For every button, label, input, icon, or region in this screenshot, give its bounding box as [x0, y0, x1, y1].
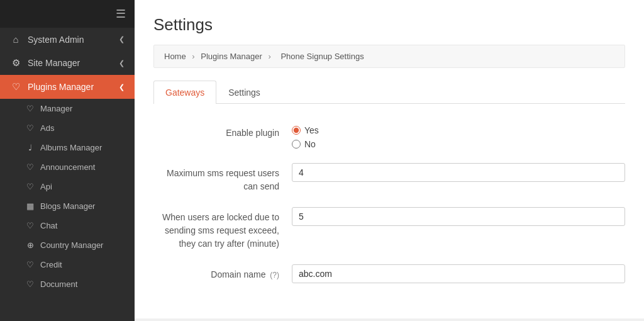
breadcrumb-home[interactable]: Home: [164, 52, 186, 61]
sidebar-sub-label: Blogs Manager: [40, 201, 95, 211]
enable-plugin-control: Yes No: [292, 123, 625, 149]
domain-name-label: Domain name (?): [153, 264, 292, 281]
radio-no[interactable]: No: [292, 139, 625, 149]
sidebar-item-label: Site Manager: [28, 58, 80, 68]
country-icon: ⊕: [25, 240, 35, 250]
api-icon: ♡: [25, 182, 35, 191]
hamburger-icon[interactable]: ☰: [116, 7, 126, 21]
sidebar-sub-label: Chat: [40, 221, 57, 230]
settings-form: Enable plugin Yes No: [153, 123, 625, 283]
tab-gateways[interactable]: Gateways: [153, 81, 216, 104]
domain-name-control: [292, 264, 625, 283]
lock-duration-row: When users are locked due to sending sms…: [153, 207, 625, 251]
manager-icon: ♡: [25, 104, 35, 113]
lock-duration-label: When users are locked due to sending sms…: [153, 207, 292, 251]
save-section: Save Settings: [135, 318, 644, 321]
breadcrumb-plugins-manager[interactable]: Plugins Manager: [201, 52, 262, 61]
sidebar-item-country-manager[interactable]: ⊕ Country Manager: [0, 235, 135, 255]
enable-plugin-radio-group: Yes No: [292, 123, 625, 149]
sidebar-item-label: System Admin: [28, 35, 84, 45]
sidebar-item-site-manager[interactable]: ⚙ Site Manager ❮: [0, 51, 135, 75]
announcement-icon: ♡: [25, 162, 35, 172]
breadcrumb-current: Phone Signup Settings: [280, 52, 364, 61]
sidebar-item-albums-manager[interactable]: ♩ Albums Manager: [0, 138, 135, 157]
main-content: Settings Home › Plugins Manager › Phone …: [135, 0, 644, 321]
sidebar: ☰ ⌂ System Admin ❮ ⚙ Site Manager ❮ ♡ Pl…: [0, 0, 135, 321]
radio-no-input[interactable]: [292, 140, 301, 149]
sidebar-sub-label: Albums Manager: [40, 143, 102, 152]
sidebar-item-announcement[interactable]: ♡ Announcement: [0, 157, 135, 177]
breadcrumb-separator: ›: [268, 52, 273, 61]
tab-settings[interactable]: Settings: [216, 81, 272, 104]
enable-plugin-label: Enable plugin: [153, 123, 292, 140]
chat-icon: ♡: [25, 221, 35, 230]
sidebar-sub-label: Document: [40, 279, 77, 289]
sidebar-item-blogs-manager[interactable]: ▦ Blogs Manager: [0, 196, 135, 216]
tab-bar: Gateways Settings: [153, 81, 625, 104]
sidebar-sub-label: Country Manager: [40, 240, 103, 250]
gear-icon: ⚙: [10, 57, 21, 69]
domain-name-input[interactable]: [292, 264, 625, 283]
sidebar-sub-label: Api: [40, 182, 52, 191]
sidebar-item-label: Plugins Manager: [28, 82, 94, 92]
max-sms-label: Maximum sms request users can send: [153, 163, 292, 193]
radio-yes-label: Yes: [304, 125, 319, 135]
domain-name-help-link[interactable]: (?): [270, 271, 279, 279]
domain-name-row: Domain name (?): [153, 264, 625, 283]
sidebar-sub-label: Manager: [40, 104, 72, 113]
sidebar-item-api[interactable]: ♡ Api: [0, 177, 135, 196]
domain-name-label-text: Domain name: [211, 269, 268, 279]
sidebar-item-system-admin[interactable]: ⌂ System Admin ❮: [0, 28, 135, 51]
sidebar-item-document[interactable]: ♡ Document: [0, 274, 135, 294]
plugin-icon: ♡: [10, 81, 21, 93]
sidebar-item-plugins-manager[interactable]: ♡ Plugins Manager ❮: [0, 75, 135, 99]
albums-icon: ♩: [25, 143, 35, 152]
sidebar-sub-label: Credit: [40, 260, 62, 269]
home-icon: ⌂: [10, 34, 21, 45]
breadcrumb: Home › Plugins Manager › Phone Signup Se…: [153, 45, 625, 68]
sidebar-item-manager[interactable]: ♡ Manager: [0, 99, 135, 118]
max-sms-row: Maximum sms request users can send: [153, 163, 625, 193]
sidebar-item-credit[interactable]: ♡ Credit: [0, 255, 135, 274]
lock-duration-input[interactable]: [292, 207, 625, 226]
blogs-icon: ▦: [25, 201, 35, 211]
radio-yes[interactable]: Yes: [292, 125, 625, 135]
document-icon: ♡: [25, 279, 35, 289]
enable-plugin-row: Enable plugin Yes No: [153, 123, 625, 149]
chevron-icon: ❮: [119, 83, 125, 91]
breadcrumb-separator: ›: [192, 52, 197, 61]
sidebar-item-ads[interactable]: ♡ Ads: [0, 118, 135, 138]
radio-no-label: No: [304, 139, 316, 149]
max-sms-input[interactable]: [292, 163, 625, 182]
sidebar-sub-label: Ads: [40, 123, 54, 133]
sidebar-sub-label: Announcement: [40, 162, 95, 172]
chevron-icon: ❮: [119, 59, 125, 67]
page-title: Settings: [153, 15, 625, 35]
credit-icon: ♡: [25, 260, 35, 269]
max-sms-control: [292, 163, 625, 182]
lock-duration-control: [292, 207, 625, 226]
sidebar-header: ☰: [0, 0, 135, 28]
ads-icon: ♡: [25, 123, 35, 133]
sidebar-item-chat[interactable]: ♡ Chat: [0, 216, 135, 235]
radio-yes-input[interactable]: [292, 126, 301, 135]
chevron-icon: ❮: [119, 35, 125, 43]
